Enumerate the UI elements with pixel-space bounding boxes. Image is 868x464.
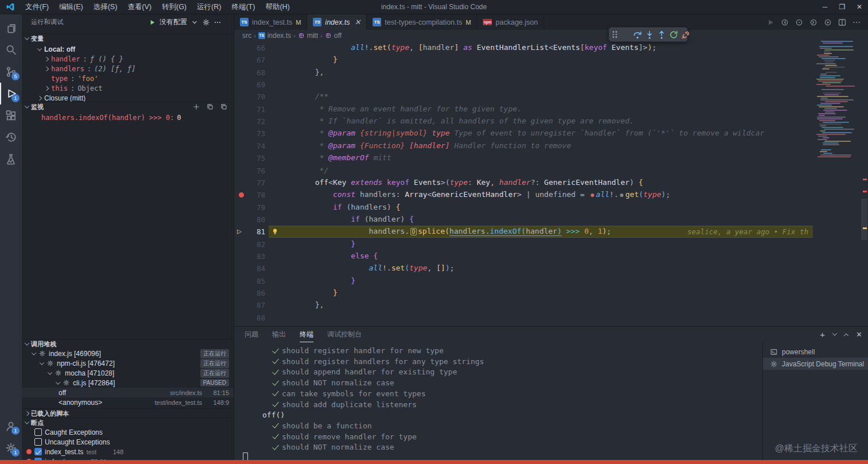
activity-item-extensions[interactable] xyxy=(0,105,22,126)
line-number[interactable]: 84 xyxy=(242,264,265,273)
line-number[interactable]: 88 xyxy=(242,314,265,322)
continue-button[interactable]: undefined xyxy=(621,30,630,40)
close-icon[interactable]: ✕ xyxy=(851,0,868,14)
menu-item-6[interactable]: 终端(T) xyxy=(226,0,260,14)
tab-test-types-compilation.ts[interactable]: TStest-types-compilation.tsM xyxy=(367,14,477,30)
activity-item-accounts[interactable]: 1 xyxy=(0,415,22,437)
record-icon[interactable] xyxy=(795,18,804,27)
code-editor[interactable]: 66 all!.set(type, [handler] as EventHand… xyxy=(234,41,868,326)
line-number[interactable]: 74 xyxy=(242,142,265,150)
breadcrumb-item-mitt[interactable]: mitt xyxy=(298,32,318,40)
stack-frame[interactable]: offsrc/index.ts81:15 xyxy=(22,388,234,397)
section-call-stack[interactable]: 调用堆栈 xyxy=(22,339,234,349)
menu-item-4[interactable]: 转到(G) xyxy=(157,0,192,14)
close-panel-icon[interactable]: ✕ xyxy=(856,330,862,339)
step-out-button[interactable] xyxy=(657,30,666,40)
line-number[interactable]: 81 xyxy=(242,227,265,236)
line-number[interactable]: 73 xyxy=(242,129,265,138)
restore-icon[interactable]: ❐ xyxy=(834,0,851,14)
breadcrumb-item-off[interactable]: off xyxy=(325,32,342,40)
checkbox-checked[interactable] xyxy=(34,448,42,455)
watch-row[interactable]: handlers.indexOf(handler) >>> 0: 0 xyxy=(22,113,234,122)
variable-row[interactable]: type:'foo' xyxy=(22,74,234,83)
activity-item-settings[interactable]: 1 xyxy=(0,437,22,459)
editor-scrollbar[interactable] xyxy=(861,41,868,326)
breadcrumb[interactable]: src›TSindex.ts›mitt›off xyxy=(234,30,868,41)
panel-tab-终端[interactable]: 终端 xyxy=(300,330,313,342)
section-variables[interactable]: 变量 xyxy=(22,33,234,43)
navigate-back-icon[interactable] xyxy=(780,18,789,27)
minimap[interactable] xyxy=(815,41,860,164)
line-number[interactable]: 86 xyxy=(242,289,265,297)
activity-item-run-and-debug[interactable]: 1 xyxy=(0,83,22,105)
panel-tab-调试控制台[interactable]: 调试控制台 xyxy=(327,330,362,339)
line-number[interactable]: 85 xyxy=(242,277,265,285)
line-number[interactable]: 83 xyxy=(242,252,265,261)
menu-item-1[interactable]: 编辑(E) xyxy=(54,0,88,14)
section-breakpoints[interactable]: 断点 xyxy=(22,417,234,427)
line-number[interactable]: 68 xyxy=(242,68,265,77)
maximize-panel-icon[interactable] xyxy=(844,334,848,338)
line-number[interactable]: 75 xyxy=(242,154,265,163)
run-icon[interactable] xyxy=(766,18,775,27)
lightbulb-icon[interactable] xyxy=(271,227,279,235)
breadcrumb-item-index.ts[interactable]: TSindex.ts xyxy=(258,32,291,40)
checkbox-unchecked[interactable] xyxy=(34,428,42,436)
scroll-slider[interactable] xyxy=(861,199,867,240)
activity-item-history[interactable] xyxy=(0,126,22,148)
activity-item-source-control[interactable]: 5 xyxy=(0,61,22,83)
run-circle-icon[interactable] xyxy=(823,18,832,27)
stack-frame[interactable]: <anonymous>test/index_test.ts148:9 xyxy=(22,397,234,407)
tab-index_test.ts[interactable]: TSindex_test.tsM xyxy=(234,14,307,30)
split-editor-icon[interactable] xyxy=(838,18,847,27)
section-loaded-scripts[interactable]: 已载入的脚本 xyxy=(22,408,234,418)
line-number[interactable]: 72 xyxy=(242,117,265,126)
panel-tab-输出[interactable]: 输出 xyxy=(272,330,286,339)
line-number[interactable]: 71 xyxy=(242,105,265,114)
menu-item-7[interactable]: 帮助(H) xyxy=(260,0,294,14)
terminal-dropdown-icon[interactable] xyxy=(832,331,837,335)
navigate-forward-icon[interactable] xyxy=(809,18,818,27)
terminal-list-item-JavaScript Debug Terminal[interactable]: JavaScript Debug Terminal xyxy=(763,358,868,370)
step-over-button[interactable] xyxy=(633,30,642,40)
breakpoint-row[interactable]: index_test.tstest148 xyxy=(22,447,234,457)
activity-item-search[interactable] xyxy=(0,39,22,61)
line-number[interactable]: 82 xyxy=(242,240,265,249)
line-number[interactable]: 66 xyxy=(242,44,265,52)
menu-item-3[interactable]: 查看(V) xyxy=(122,0,157,14)
variable-row[interactable]: handler:ƒ () { } xyxy=(22,54,234,64)
exception-breakpoint-row[interactable]: Uncaught Exceptions xyxy=(22,437,234,447)
variable-row[interactable]: handlers:(2) [ƒ, ƒ] xyxy=(22,64,234,74)
checkbox-unchecked[interactable] xyxy=(34,438,42,446)
debug-config-label[interactable]: 没有配置 xyxy=(160,17,187,27)
line-number[interactable]: 67 xyxy=(242,56,265,64)
section-watch[interactable]: 监视 xyxy=(22,102,234,111)
call-stack-session[interactable]: index.js [469096]正在运行 xyxy=(22,349,234,358)
tab-package.json[interactable]: npmpackage.json xyxy=(477,14,544,30)
line-number[interactable]: 78 xyxy=(242,191,265,199)
terminal-output[interactable]: should register handler for new typeshou… xyxy=(234,342,762,460)
close-tab-icon[interactable]: ✕ xyxy=(354,18,361,26)
call-stack-session[interactable]: mocha [471028]正在运行 xyxy=(22,368,234,378)
activity-item-explorer[interactable] xyxy=(0,17,22,39)
exception-breakpoint-row[interactable]: Caught Exceptions xyxy=(22,427,234,437)
menu-item-2[interactable]: 选择(S) xyxy=(88,0,123,14)
tab-index.ts[interactable]: TSindex.ts✕ xyxy=(307,14,367,30)
line-number[interactable]: 69 xyxy=(242,80,265,89)
activity-item-testing[interactable] xyxy=(0,148,22,170)
breadcrumb-item-src[interactable]: src xyxy=(242,32,251,40)
new-terminal-icon[interactable]: + xyxy=(820,330,825,339)
disconnect-button[interactable] xyxy=(681,30,691,40)
line-number[interactable]: 70 xyxy=(242,92,265,101)
scope-row[interactable]: Local: off xyxy=(22,44,234,54)
call-stack-session[interactable]: npm-cli.js [476472]正在运行 xyxy=(22,358,234,368)
more-actions-icon[interactable] xyxy=(852,18,861,27)
panel-tab-问题[interactable]: 问题 xyxy=(245,330,258,339)
line-number[interactable]: 79 xyxy=(242,203,265,212)
line-number[interactable]: 80 xyxy=(242,215,265,224)
line-number[interactable]: 77 xyxy=(242,179,265,187)
minimize-icon[interactable]: ─ xyxy=(816,0,834,14)
line-number[interactable]: 87 xyxy=(242,301,265,310)
debug-config-picker[interactable]: 没有配置 xyxy=(148,17,222,27)
toolbar-grip[interactable] xyxy=(613,31,617,38)
